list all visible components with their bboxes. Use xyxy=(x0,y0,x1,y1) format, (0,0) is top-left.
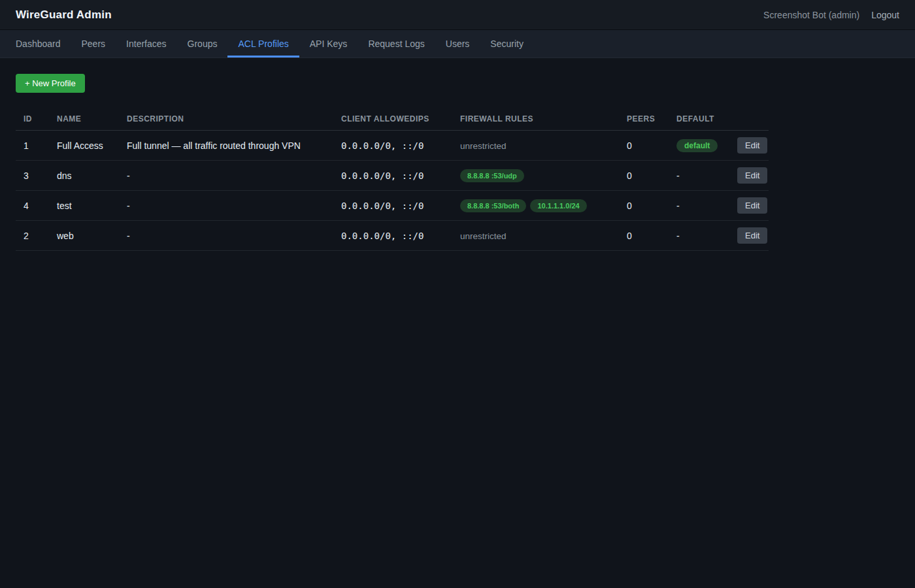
cell-peers: 0 xyxy=(619,221,669,251)
table-row: 3 dns - 0.0.0.0/0, ::/0 8.8.8.8 :53/udp … xyxy=(16,161,769,191)
firewall-rule-badge: 8.8.8.8 :53/udp xyxy=(460,169,524,182)
tab-request-logs[interactable]: Request Logs xyxy=(358,30,435,57)
firewall-unrestricted-label: unrestricted xyxy=(460,141,507,151)
cell-description: - xyxy=(119,191,333,221)
cell-description: - xyxy=(119,221,333,251)
new-profile-button[interactable]: + New Profile xyxy=(16,74,85,93)
cell-client-allowedips: 0.0.0.0/0, ::/0 xyxy=(333,131,452,161)
tab-dashboard[interactable]: Dashboard xyxy=(5,30,71,57)
cell-name: test xyxy=(49,191,119,221)
tab-acl-profiles[interactable]: ACL Profiles xyxy=(227,30,299,57)
app-title: WireGuard Admin xyxy=(16,8,112,22)
firewall-rule-badge: 8.8.8.8 :53/both xyxy=(460,199,526,212)
top-bar: WireGuard Admin Screenshot Bot (admin) L… xyxy=(0,0,915,30)
cell-peers: 0 xyxy=(619,161,669,191)
tab-peers[interactable]: Peers xyxy=(71,30,116,57)
cell-actions: Edit xyxy=(729,131,769,161)
content-area: + New Profile ID NAME DESCRIPTION CLIENT… xyxy=(0,58,915,267)
cell-firewall-rules: unrestricted xyxy=(452,131,619,161)
cell-peers: 0 xyxy=(619,131,669,161)
cell-id: 4 xyxy=(16,191,49,221)
cell-client-allowedips: 0.0.0.0/0, ::/0 xyxy=(333,191,452,221)
cell-default: default xyxy=(669,131,729,161)
cell-default: - xyxy=(669,191,729,221)
cell-actions: Edit xyxy=(729,191,769,221)
cell-description: Full tunnel — all traffic routed through… xyxy=(119,131,333,161)
cell-peers: 0 xyxy=(619,191,669,221)
cell-actions: Edit xyxy=(729,161,769,191)
cell-firewall-rules: 8.8.8.8 :53/both10.1.1.1.0/24 xyxy=(452,191,619,221)
tab-api-keys[interactable]: API Keys xyxy=(299,30,358,57)
cell-description: - xyxy=(119,161,333,191)
acl-profiles-table: ID NAME DESCRIPTION CLIENT ALLOWEDIPS FI… xyxy=(16,109,769,251)
table-row: 4 test - 0.0.0.0/0, ::/0 8.8.8.8 :53/bot… xyxy=(16,191,769,221)
current-user-label: Screenshot Bot (admin) xyxy=(763,10,859,20)
edit-button[interactable]: Edit xyxy=(737,167,767,184)
tab-security[interactable]: Security xyxy=(480,30,534,57)
edit-button[interactable]: Edit xyxy=(737,197,767,214)
col-header-default: DEFAULT xyxy=(669,109,729,131)
cell-firewall-rules: unrestricted xyxy=(452,221,619,251)
cell-actions: Edit xyxy=(729,221,769,251)
cell-name: dns xyxy=(49,161,119,191)
col-header-id: ID xyxy=(16,109,49,131)
cell-id: 3 xyxy=(16,161,49,191)
cell-id: 1 xyxy=(16,131,49,161)
col-header-client-allowedips: CLIENT ALLOWEDIPS xyxy=(333,109,452,131)
cell-name: Full Access xyxy=(49,131,119,161)
edit-button[interactable]: Edit xyxy=(737,137,767,154)
cell-firewall-rules: 8.8.8.8 :53/udp xyxy=(452,161,619,191)
col-header-peers: PEERS xyxy=(619,109,669,131)
tab-groups[interactable]: Groups xyxy=(177,30,228,57)
cell-name: web xyxy=(49,221,119,251)
col-header-description: DESCRIPTION xyxy=(119,109,333,131)
tab-users[interactable]: Users xyxy=(435,30,480,57)
col-header-firewall-rules: FIREWALL RULES xyxy=(452,109,619,131)
col-header-actions xyxy=(729,109,769,131)
logout-link[interactable]: Logout xyxy=(871,10,899,20)
firewall-rule-badge: 10.1.1.1.0/24 xyxy=(530,199,586,212)
col-header-name: NAME xyxy=(49,109,119,131)
cell-id: 2 xyxy=(16,221,49,251)
topbar-right: Screenshot Bot (admin) Logout xyxy=(763,10,899,20)
cell-client-allowedips: 0.0.0.0/0, ::/0 xyxy=(333,221,452,251)
firewall-unrestricted-label: unrestricted xyxy=(460,231,507,241)
tab-interfaces[interactable]: Interfaces xyxy=(116,30,176,57)
cell-default: - xyxy=(669,161,729,191)
edit-button[interactable]: Edit xyxy=(737,227,767,244)
default-badge: default xyxy=(676,139,718,152)
main-nav: Dashboard Peers Interfaces Groups ACL Pr… xyxy=(0,30,915,58)
table-header-row: ID NAME DESCRIPTION CLIENT ALLOWEDIPS FI… xyxy=(16,109,769,131)
cell-client-allowedips: 0.0.0.0/0, ::/0 xyxy=(333,161,452,191)
cell-default: - xyxy=(669,221,729,251)
table-row: 2 web - 0.0.0.0/0, ::/0 unrestricted 0 -… xyxy=(16,221,769,251)
table-row: 1 Full Access Full tunnel — all traffic … xyxy=(16,131,769,161)
